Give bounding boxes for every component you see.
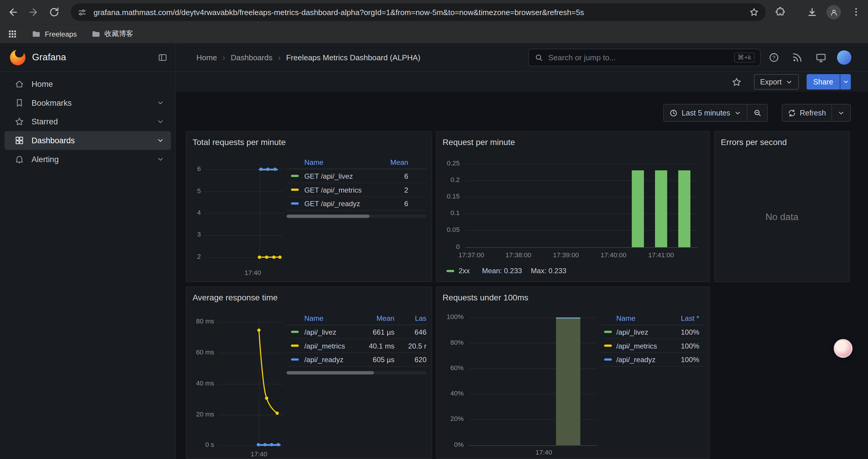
share-caret-button[interactable] xyxy=(840,74,850,90)
export-button[interactable]: Export xyxy=(754,74,799,90)
url-bar[interactable]: grafana.mathmast.com/d/deytv4rwavabkb/fr… xyxy=(71,3,766,21)
breadcrumb-home[interactable]: Home xyxy=(196,53,217,62)
breadcrumb-dashboards[interactable]: Dashboards xyxy=(231,53,272,62)
line-chart xyxy=(219,319,284,452)
y-tick: 0 xyxy=(436,243,460,251)
news-rss-icon[interactable] xyxy=(792,52,803,63)
sidebar-item-home[interactable]: Home xyxy=(4,75,171,94)
series-mean: 6 xyxy=(404,199,426,208)
legend-header-name[interactable]: Name xyxy=(616,314,636,323)
bookmark-label: 收藏博客 xyxy=(104,29,133,39)
user-avatar[interactable] xyxy=(837,50,851,65)
series-name[interactable]: GET /api/_metrics xyxy=(304,186,404,194)
sidebar-item-starred[interactable]: Starred xyxy=(4,112,171,131)
series-name[interactable]: /api/_livez xyxy=(304,328,356,336)
panel-title[interactable]: Errors per second xyxy=(721,137,787,146)
y-tick: 0% xyxy=(436,441,464,448)
search-input[interactable]: Search or jump to... ⌘+k xyxy=(528,49,761,66)
sidebar-item-alerting[interactable]: Alerting xyxy=(4,150,171,169)
legend-header-name[interactable]: Name xyxy=(304,314,323,323)
floating-assistant-avatar[interactable] xyxy=(834,339,852,358)
browser-profile-avatar[interactable] xyxy=(827,5,841,20)
y-tick: 3 xyxy=(188,231,201,238)
share-button[interactable]: Share xyxy=(807,74,840,90)
browser-menu-icon[interactable] xyxy=(851,6,862,18)
back-icon[interactable] xyxy=(8,6,19,18)
y-tick: 40 ms xyxy=(186,380,214,387)
x-tick: 17:41:00 xyxy=(639,251,683,259)
panel-total-requests: Total requests per minute 6 5 4 3 2 1 xyxy=(186,131,432,282)
panel-title[interactable]: Request per minute xyxy=(442,137,515,146)
series-name[interactable]: /api/_readyz xyxy=(616,355,681,364)
bar-2xx xyxy=(678,170,690,247)
panel-under-100ms: Requests under 100ms 100% 80% 60% 40% 20… xyxy=(436,287,710,459)
bookmark-folder-freeleaps[interactable]: Freeleaps xyxy=(32,29,77,38)
series-name[interactable]: GET /api/_livez xyxy=(304,172,404,180)
legend-header-last[interactable]: Last * xyxy=(681,314,704,323)
grafana-logo[interactable] xyxy=(10,50,25,65)
x-tick: 17:40:00 xyxy=(591,251,636,259)
site-settings-icon[interactable] xyxy=(78,7,87,17)
bar-percent xyxy=(556,318,580,446)
series-color-dash xyxy=(291,345,299,347)
search-shortcut: ⌘+k xyxy=(734,53,754,63)
series-mean: 40.1 ms xyxy=(356,341,395,350)
legend-header-mean[interactable]: Mean xyxy=(390,158,427,167)
series-name[interactable]: /api/_metrics xyxy=(616,341,681,350)
bookmark-star-icon[interactable] xyxy=(749,7,759,17)
legend-header-mean[interactable]: Mean xyxy=(356,314,395,323)
star-dashboard-icon[interactable] xyxy=(731,76,742,87)
series-color-dash xyxy=(291,189,299,191)
sidebar-item-bookmarks[interactable]: Bookmarks xyxy=(4,93,171,112)
legend-header-last[interactable]: Las xyxy=(395,314,427,323)
legend-scrollbar[interactable] xyxy=(286,371,427,374)
series-name[interactable]: 2xx xyxy=(459,267,470,275)
legend-header: Name Mean xyxy=(286,156,427,169)
series-mean: 6 xyxy=(404,172,426,180)
bookmark-label: Freeleaps xyxy=(45,30,77,38)
export-label: Export xyxy=(760,78,782,86)
series-last: 20.5 r xyxy=(395,341,427,350)
series-name[interactable]: /api/_readyz xyxy=(304,355,356,364)
y-tick: 0.25 xyxy=(436,159,460,167)
sidebar-nav: Home Bookmarks Starred Dashboards Alerti… xyxy=(0,72,176,459)
scrollbar-thumb[interactable] xyxy=(286,371,374,374)
panel-title[interactable]: Total requests per minute xyxy=(193,137,286,146)
zoom-out-time-button[interactable] xyxy=(747,104,767,121)
zoom-out-icon xyxy=(753,108,762,117)
panel-avg-response-time: Average response time 80 ms 60 ms 40 ms … xyxy=(186,287,432,459)
panel-title[interactable]: Requests under 100ms xyxy=(442,293,528,302)
x-tick: 17:40 xyxy=(240,269,266,276)
legend-header: Name Last * xyxy=(601,312,704,325)
series-color-dash xyxy=(291,358,299,360)
refresh-button[interactable]: Refresh xyxy=(782,104,831,121)
sidebar-item-label: Home xyxy=(32,80,164,89)
series-mean: 661 µs xyxy=(356,328,395,336)
refresh-interval-caret[interactable] xyxy=(831,104,850,121)
display-monitor-icon[interactable] xyxy=(815,52,826,63)
collapse-sidebar-icon[interactable] xyxy=(158,53,168,63)
legend-scrollbar[interactable] xyxy=(286,215,427,218)
scrollbar-thumb[interactable] xyxy=(286,215,370,218)
grafana-header: Grafana Home › Dashboards › Freeleaps Me… xyxy=(0,43,868,72)
bookmark-folder-blogs[interactable]: 收藏博客 xyxy=(91,29,133,39)
downloads-icon[interactable] xyxy=(807,6,817,18)
folder-icon xyxy=(32,29,41,38)
apps-grid-icon[interactable] xyxy=(8,29,17,38)
y-tick: 80% xyxy=(436,338,464,346)
series-name[interactable]: /api/_livez xyxy=(616,328,681,336)
extensions-icon[interactable] xyxy=(775,6,786,18)
x-tick: 17:40 xyxy=(242,450,275,458)
sidebar-item-dashboards[interactable]: Dashboards xyxy=(4,131,171,150)
forward-icon[interactable] xyxy=(28,6,39,18)
reload-icon[interactable] xyxy=(49,6,60,18)
sidebar-item-label: Bookmarks xyxy=(32,98,150,107)
y-tick: 4 xyxy=(188,208,201,216)
series-name[interactable]: /api/_metrics xyxy=(304,341,356,350)
help-icon[interactable]: ? xyxy=(769,52,779,63)
legend-header-name[interactable]: Name xyxy=(304,158,323,167)
series-color-dash xyxy=(604,331,612,333)
time-range-picker[interactable]: Last 5 minutes xyxy=(664,104,747,121)
panel-title[interactable]: Average response time xyxy=(193,293,278,302)
series-name[interactable]: GET /api/_readyz xyxy=(304,199,404,208)
